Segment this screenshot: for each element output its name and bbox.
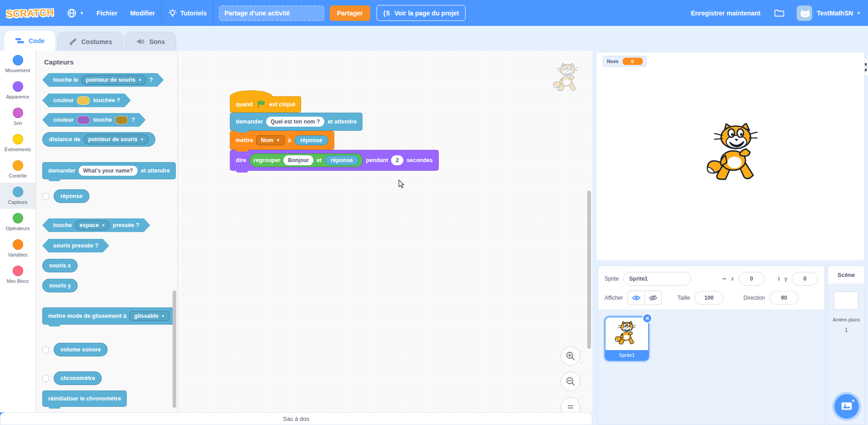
sprite-on-stage[interactable] [704,123,768,183]
project-title-input[interactable] [219,5,324,21]
monitor-checkbox[interactable] [42,346,49,353]
sprite-list: Sprite1 ✕ + [598,310,824,418]
share-button[interactable]: Partager [330,5,370,21]
palette-block-couleur-touchee[interactable]: couleur touchée ? [42,94,131,107]
reponse-reporter[interactable]: réponse [294,135,328,145]
zoom-reset-button[interactable] [560,397,580,412]
number-input-field[interactable]: 2 [391,155,403,165]
palette-block-souris-pressee[interactable]: souris pressée ? [42,239,109,252]
monitor-checkbox[interactable] [42,193,49,200]
palette-block-couleur-touche-couleur[interactable]: couleur touche ? [42,113,146,127]
sidebar-category-capteurs[interactable]: Capteurs [0,183,35,209]
tab-costumes[interactable]: Costumes [57,32,124,51]
chevron-down-icon: ▼ [80,11,84,15]
palette-block-volume-sonore[interactable]: volume sonore [54,343,108,356]
palette-block-souris-y[interactable]: souris y [42,279,78,292]
code-tab-icon [15,37,25,44]
sidebar-category-evenements[interactable]: Événements [0,130,35,156]
palette-block-mode-glissement[interactable]: mettre mode de glissement à glissable▼ [42,307,175,325]
text-input-field[interactable]: Bonjour [283,155,313,165]
sidebar-category-variables[interactable]: Variables [0,235,35,262]
stage[interactable]: Nom 0 [596,52,865,261]
add-backdrop-icon [841,401,853,411]
chevron-down-icon: ▼ [138,78,142,82]
tab-sounds[interactable]: Sons [125,32,176,51]
save-now-link[interactable]: Enregistrer maintenant [691,10,760,17]
divider [213,0,213,26]
category-dot-icon [13,81,23,92]
operator-regrouper-block[interactable]: regrouper Bonjour et réponse [249,153,363,167]
menu-file[interactable]: Fichier [90,0,124,26]
backpack-bar[interactable]: Sac à dos [0,412,592,425]
x-position-input[interactable] [739,272,765,286]
sidebar-category-son[interactable]: Son [0,104,35,130]
category-dot-icon [13,187,23,197]
avatar[interactable] [797,5,812,21]
sidebar-category-apparence[interactable]: Apparence [0,77,35,104]
project-page-button[interactable]: (5 Voir la page du projet [377,5,466,21]
y-position-input[interactable] [792,272,818,286]
palette-block-reinitialiser-chronometre[interactable]: réinitialiser le chronomètre [42,390,127,407]
y-position-icon [778,274,780,283]
code-workspace[interactable]: quand est cliqué demander Quel est ton n… [178,51,592,412]
stage-backdrop-panel[interactable]: Scène Arrière-plans 1 + [828,266,865,425]
delete-sprite-button[interactable]: ✕ [642,313,652,323]
sidebar-category-mouvement[interactable]: Mouvement [0,51,35,77]
direction-label: Direction [744,295,765,301]
sprite-tile-sprite1[interactable]: Sprite1 ✕ [605,316,649,361]
language-selector[interactable]: ▼ [60,0,90,26]
scratch-logo[interactable]: SCRATCH [6,7,54,20]
script-block-dire-pendant[interactable]: dire regrouper Bonjour et réponse pendan… [230,150,439,171]
zoom-out-button[interactable] [560,371,580,391]
dropdown-field[interactable]: espace▼ [75,220,109,230]
show-sprite-button[interactable] [628,291,645,305]
account-menu[interactable]: TestMathSN ▼ [817,10,861,17]
palette-block-demander[interactable]: demander What's your name? et attendre [42,162,176,179]
my-stuff-folder-icon[interactable] [774,8,785,18]
show-label: Afficher [605,295,623,301]
sidebar-category-operateurs[interactable]: Opérateurs [0,209,35,235]
text-input-field[interactable]: Quel est ton nom ? [266,117,325,127]
backdrop-thumbnail[interactable] [834,292,858,310]
palette-block-distance-de[interactable]: distance de pointeur de souris▼ [42,132,155,147]
sprite-name-input[interactable] [623,272,691,286]
chevron-down-icon: ▼ [140,138,144,142]
sidebar-category-mes-blocs[interactable]: Mes Blocs [0,262,35,288]
reponse-reporter[interactable]: réponse [325,155,359,165]
add-backdrop-button[interactable]: + [834,394,859,419]
script-block-quand-drapeau-clique[interactable]: quand est cliqué [230,96,301,113]
palette-block-chronometre[interactable]: chronomètre [54,371,102,385]
backdrops-count: 1 [828,327,864,333]
size-input[interactable] [694,291,724,305]
palette-block-touche-le[interactable]: touche le pointeur de souris▼ ? [42,73,164,87]
script-block-demander[interactable]: demander Quel est ton nom ? et attendre [230,113,362,131]
scene-panel-title: Scène [828,266,864,284]
tab-row: Code Costumes Sons [0,26,868,51]
hide-sprite-button[interactable] [645,291,661,305]
variable-monitor[interactable]: Nom 0 [603,56,647,67]
eye-icon [632,295,641,301]
workspace-scrollbar[interactable] [587,191,591,349]
dropdown-field[interactable]: glissable▼ [129,311,169,321]
variable-dropdown-field[interactable]: Nom▼ [256,135,285,145]
palette-block-reponse[interactable]: réponse [54,189,89,203]
direction-input[interactable] [769,291,799,305]
color-picker-field[interactable] [77,96,90,105]
dropdown-field[interactable]: pointeur de souris▼ [81,75,146,85]
chevron-down-icon: ▼ [276,138,280,143]
tab-code[interactable]: Code [4,30,56,51]
palette-scrollbar[interactable] [173,291,176,408]
menu-tutorials[interactable]: Tutoriels [162,0,213,26]
monitor-checkbox[interactable] [42,375,49,382]
palette-block-touche-pressee[interactable]: touche espace▼ pressée ? [42,218,150,232]
dropdown-field[interactable]: pointeur de souris▼ [84,134,149,144]
text-input-field[interactable]: What's your name? [79,166,138,176]
sidebar-category-controle[interactable]: Contrôle [0,156,35,183]
script-block-mettre-variable[interactable]: mettre Nom▼ à réponse [230,131,334,150]
palette-block-souris-x[interactable]: souris x [42,259,78,272]
color-picker-field[interactable] [115,116,128,124]
color-picker-field[interactable] [77,116,90,124]
sprite-tile-name: Sprite1 [605,350,648,360]
zoom-in-button[interactable] [560,346,580,366]
menu-edit[interactable]: Modifier [124,0,161,26]
